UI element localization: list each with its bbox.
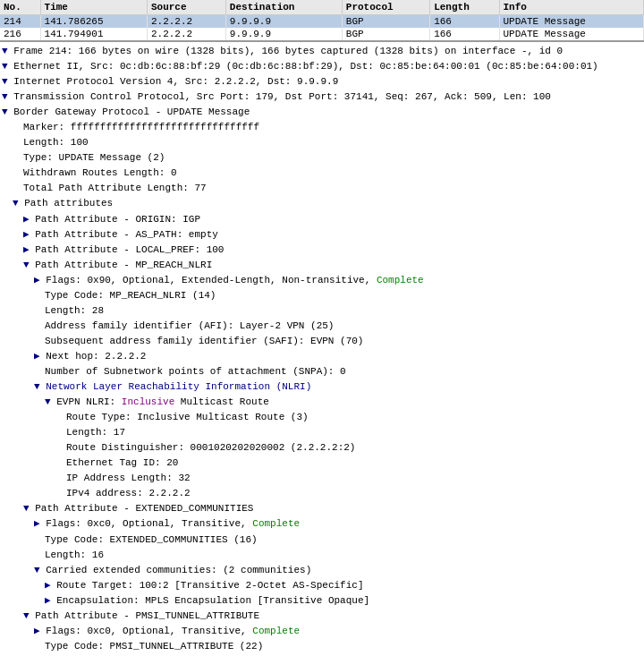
tree-line[interactable]: Withdrawn Routes Length: 0 xyxy=(0,166,644,181)
tree-arrow[interactable]: ▶ xyxy=(34,518,46,529)
tree-text: Type: UPDATE Message (2) xyxy=(23,152,165,163)
tree-line[interactable]: ▼ Network Layer Reachability Information… xyxy=(0,379,644,395)
tree-line[interactable]: ▶ Next hop: 2.2.2.2 xyxy=(0,349,644,364)
tree-text: Type Code: EXTENDED_COMMUNITIES (16) xyxy=(45,534,258,545)
tree-arrow[interactable]: ▼ xyxy=(2,46,13,56)
tree-text: Ethernet Tag ID: 20 xyxy=(66,457,178,468)
tree-line[interactable]: ▼ Transmission Control Protocol, Src Por… xyxy=(0,89,644,105)
tree-text: Route Target: 100:2 [Transitive 2-Octet … xyxy=(56,580,363,591)
tree-line[interactable]: Length: 100 xyxy=(0,135,644,150)
col-header-length: Length xyxy=(430,0,499,15)
tree-line[interactable]: Length: 17 xyxy=(0,425,644,440)
cell-source: 2.2.2.2 xyxy=(147,28,225,40)
tree-line[interactable]: ▼ Border Gateway Protocol - UPDATE Messa… xyxy=(0,105,644,120)
tree-line[interactable]: ▼ Path Attribute - EXTENDED_COMMUNITIES xyxy=(0,501,644,516)
tree-arrow[interactable]: ▼ xyxy=(23,503,35,514)
tree-line[interactable]: Total Path Attribute Length: 77 xyxy=(0,181,644,196)
tree-line[interactable]: ▶ Path Attribute - AS_PATH: empty xyxy=(0,227,644,243)
tree-line[interactable]: ▼ Path Attribute - MP_REACH_NLRI xyxy=(0,258,644,273)
col-header-destination: Destination xyxy=(225,0,342,15)
cell-source: 2.2.2.2 xyxy=(147,15,225,29)
tree-arrow[interactable]: ▶ xyxy=(34,351,46,362)
tree-line[interactable]: ▼ Ethernet II, Src: 0c:db:6c:88:bf:29 (0… xyxy=(0,59,644,74)
cell-destination: 9.9.9.9 xyxy=(225,28,342,40)
tree-arrow[interactable]: ▼ xyxy=(2,61,13,72)
tree-arrow[interactable]: ▼ xyxy=(34,565,46,575)
tree-text: Encapsulation: MPLS Encapsulation [Trans… xyxy=(56,595,369,606)
tree-line[interactable]: Address family identifier (AFI): Layer-2… xyxy=(0,319,644,334)
tree-line[interactable]: Type Code: MP_REACH_NLRI (14) xyxy=(0,288,644,303)
tree-text: Ethernet II, Src: 0c:db:6c:88:bf:29 (0c:… xyxy=(13,61,598,72)
tree-line[interactable]: Ethernet Tag ID: 20 xyxy=(0,456,644,471)
tree-arrow[interactable]: ▼ xyxy=(23,610,35,621)
tree-arrow[interactable]: ▶ xyxy=(34,626,46,636)
cell-info: UPDATE Message xyxy=(499,28,643,40)
tree-arrow[interactable]: ▶ xyxy=(45,580,56,591)
tree-line[interactable]: Marker: ffffffffffffffffffffffffffffffff xyxy=(0,120,644,135)
table-header-row: No. Time Source Destination Protocol Len… xyxy=(0,0,644,15)
table-row[interactable]: 214141.7862652.2.2.29.9.9.9BGP166UPDATE … xyxy=(0,15,644,29)
tree-text: Type Code: MP_REACH_NLRI (14) xyxy=(45,290,216,301)
tree-line[interactable]: Length: 28 xyxy=(0,303,644,319)
tree-arrow[interactable]: ▶ xyxy=(34,275,46,285)
tree-text: Path attributes xyxy=(24,198,113,209)
tree-arrow[interactable]: ▼ xyxy=(2,106,13,117)
tree-text: Border Gateway Protocol - UPDATE Message xyxy=(13,106,250,117)
tree-arrow[interactable]: ▼ xyxy=(2,91,13,102)
tree-line[interactable]: IP Address Length: 32 xyxy=(0,471,644,486)
tree-line[interactable]: ▶ Flags: 0xc0, Optional, Transitive, Com… xyxy=(0,516,644,532)
col-header-protocol: Protocol xyxy=(342,0,429,15)
tree-line[interactable]: IPv4 address: 2.2.2.2 xyxy=(0,486,644,501)
cell-destination: 9.9.9.9 xyxy=(225,15,342,29)
tree-text: Path Attribute - ORIGIN: IGP xyxy=(35,214,200,225)
tree-line[interactable]: ▶ Flags: 0xc0, Optional, Transitive, Com… xyxy=(0,624,644,639)
tree-line[interactable]: ▼ Path Attribute - PMSI_TUNNEL_ATTRIBUTE xyxy=(0,609,644,624)
tree-line[interactable]: ▶ Path Attribute - ORIGIN: IGP xyxy=(0,212,644,227)
tree-line[interactable]: ▼ Frame 214: 166 bytes on wire (1328 bit… xyxy=(0,44,644,59)
tree-text: Marker: ffffffffffffffffffffffffffffffff xyxy=(23,122,259,132)
tree-text: Path Attribute - PMSI_TUNNEL_ATTRIBUTE xyxy=(35,610,259,621)
tree-line[interactable]: Type Code: EXTENDED_COMMUNITIES (16) xyxy=(0,532,644,548)
tree-line[interactable]: ▼ Path attributes xyxy=(0,196,644,211)
tree-line[interactable]: ▶ Route Target: 100:2 [Transitive 2-Octe… xyxy=(0,578,644,593)
tree-line[interactable]: Type Code: PMSI_TUNNEL_ATTRIBUTE (22) xyxy=(0,639,644,654)
tree-arrow[interactable]: ▶ xyxy=(23,214,35,225)
tree-line[interactable]: ▶ Flags: 0x90, Optional, Extended-Length… xyxy=(0,273,644,288)
tree-line[interactable]: ▼ Internet Protocol Version 4, Src: 2.2.… xyxy=(0,74,644,89)
tree-text: Route Distinguisher: 0001020202020002 (2… xyxy=(66,442,355,453)
tree-line[interactable]: Length: 16 xyxy=(0,548,644,563)
tree-line[interactable]: ▼ EVPN NLRI: Inclusive Multicast Route xyxy=(0,395,644,410)
tree-text: Carried extended communities: (2 communi… xyxy=(46,565,311,575)
tree-arrow[interactable]: ▶ xyxy=(23,229,35,240)
packet-list-table: No. Time Source Destination Protocol Len… xyxy=(0,0,644,40)
tree-line[interactable]: Number of Subnetwork points of attachmen… xyxy=(0,364,644,379)
col-header-time: Time xyxy=(40,0,147,15)
cell-no: 216 xyxy=(0,28,40,40)
tree-arrow[interactable]: ▼ xyxy=(13,198,24,209)
cell-protocol: BGP xyxy=(342,28,429,40)
tree-text: Network Layer Reachability Information (… xyxy=(46,381,311,392)
tree-line[interactable]: ▶ Path Attribute - LOCAL_PREF: 100 xyxy=(0,243,644,258)
tree-text: Transmission Control Protocol, Src Port:… xyxy=(13,91,551,102)
tree-line[interactable]: Subsequent address family identifier (SA… xyxy=(0,334,644,349)
tree-arrow[interactable]: ▶ xyxy=(45,595,56,606)
tree-line[interactable]: ▶ Encapsulation: MPLS Encapsulation [Tra… xyxy=(0,593,644,609)
tree-line[interactable]: Route Type: Inclusive Multicast Route (3… xyxy=(0,410,644,425)
tree-text: IPv4 address: 2.2.2.2 xyxy=(66,488,191,498)
col-header-source: Source xyxy=(147,0,225,15)
tree-text: Flags: 0xc0, Optional, Transitive, Compl… xyxy=(46,518,300,529)
tree-arrow[interactable]: ▼ xyxy=(45,396,56,407)
tree-arrow[interactable]: ▼ xyxy=(23,260,35,270)
cell-no: 214 xyxy=(0,15,40,29)
tree-line[interactable]: ▼ Carried extended communities: (2 commu… xyxy=(0,563,644,578)
tree-arrow[interactable]: ▶ xyxy=(23,244,35,255)
tree-arrow[interactable]: ▼ xyxy=(34,381,46,392)
tree-line[interactable]: Type: UPDATE Message (2) xyxy=(0,150,644,166)
table-row[interactable]: 216141.7949012.2.2.29.9.9.9BGP166UPDATE … xyxy=(0,28,644,40)
tree-line[interactable]: Route Distinguisher: 0001020202020002 (2… xyxy=(0,440,644,456)
tree-arrow[interactable]: ▼ xyxy=(2,76,13,87)
tree-text: Next hop: 2.2.2.2 xyxy=(46,351,146,362)
tree-text: Length: 28 xyxy=(45,305,104,316)
tree-text: Internet Protocol Version 4, Src: 2.2.2.… xyxy=(13,76,338,87)
tree-text: Flags: 0xc0, Optional, Transitive, Compl… xyxy=(46,626,300,636)
